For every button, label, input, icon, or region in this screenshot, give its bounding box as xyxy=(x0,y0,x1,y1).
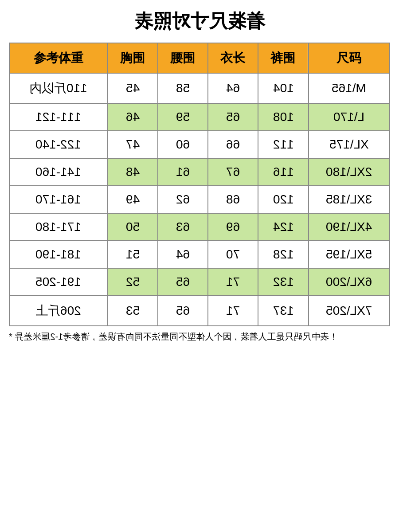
table-row: 191-2055265711326XL\200 xyxy=(9,268,390,296)
page-title: 着装尺寸对照表 xyxy=(134,9,265,34)
cell-row1-col1: 46 xyxy=(108,103,158,131)
cell-row3-col4: 116 xyxy=(258,158,308,186)
cell-row8-col5: 7XL\205 xyxy=(309,296,390,326)
cell-row6-col1: 51 xyxy=(108,241,158,268)
size-chart-table: 参考体重 胸围 腰围 衣长 裤围 尺码 110斤以内455864104M\165… xyxy=(9,43,390,326)
cell-row5-col1: 50 xyxy=(108,213,158,241)
table-row: 181-1905164701285XL\195 xyxy=(9,241,390,268)
cell-row5-col2: 63 xyxy=(158,213,208,241)
cell-row1-col5: L\170 xyxy=(309,103,390,131)
cell-row7-col3: 71 xyxy=(208,268,258,296)
table-row: 171-1805063691244XL\190 xyxy=(9,213,390,241)
cell-row2-col3: 66 xyxy=(208,131,258,158)
cell-row2-col5: XL\175 xyxy=(309,131,390,158)
cell-row8-col3: 71 xyxy=(208,296,258,326)
cell-row3-col1: 48 xyxy=(108,158,158,186)
cell-row2-col1: 47 xyxy=(108,131,158,158)
table-row: 122-140476066112XL\175 xyxy=(9,131,390,158)
cell-row0-col5: M\165 xyxy=(309,73,390,103)
cell-row0-col4: 104 xyxy=(258,73,308,103)
cell-row6-col5: 5XL\195 xyxy=(309,241,390,268)
footnote: * 表中尺码只是工人着装，因个人体型不同量法不同向有误差，请参考1-2厘米差异！ xyxy=(9,331,390,343)
table-header-row: 参考体重 胸围 腰围 衣长 裤围 尺码 xyxy=(9,43,390,73)
cell-row8-col2: 65 xyxy=(158,296,208,326)
cell-row8-col4: 137 xyxy=(258,296,308,326)
cell-row1-col2: 59 xyxy=(158,103,208,131)
cell-row6-col2: 64 xyxy=(158,241,208,268)
cell-row7-col4: 132 xyxy=(258,268,308,296)
cell-row8-col1: 53 xyxy=(108,296,158,326)
cell-row4-col5: 3XL\185 xyxy=(309,186,390,213)
cell-row5-col3: 69 xyxy=(208,213,258,241)
header-hip: 裤围 xyxy=(258,43,308,73)
cell-row7-col1: 52 xyxy=(108,268,158,296)
cell-row3-col5: 2XL\180 xyxy=(309,158,390,186)
cell-row8-col0: 206斤上 xyxy=(9,296,108,326)
cell-row5-col4: 124 xyxy=(258,213,308,241)
cell-row7-col0: 191-205 xyxy=(9,268,108,296)
header-size: 尺码 xyxy=(309,43,390,73)
cell-row5-col0: 171-180 xyxy=(9,213,108,241)
cell-row0-col3: 64 xyxy=(208,73,258,103)
cell-row6-col3: 70 xyxy=(208,241,258,268)
cell-row7-col5: 6XL\200 xyxy=(309,268,390,296)
cell-row0-col0: 110斤以内 xyxy=(9,73,108,103)
header-length: 衣长 xyxy=(208,43,258,73)
cell-row7-col2: 65 xyxy=(158,268,208,296)
header-waist: 腰围 xyxy=(158,43,208,73)
cell-row6-col4: 128 xyxy=(258,241,308,268)
cell-row2-col4: 112 xyxy=(258,131,308,158)
cell-row1-col3: 65 xyxy=(208,103,258,131)
cell-row1-col4: 108 xyxy=(258,103,308,131)
table-row: 161-1704962681203XL\185 xyxy=(9,186,390,213)
cell-row3-col3: 67 xyxy=(208,158,258,186)
table-row: 110斤以内455864104M\165 xyxy=(9,73,390,103)
table-row: 111-121465965108L\170 xyxy=(9,103,390,131)
table-row: 141-1604861671162XL\180 xyxy=(9,158,390,186)
cell-row5-col5: 4XL\190 xyxy=(309,213,390,241)
table-row: 206斤上5365711377XL\205 xyxy=(9,296,390,326)
cell-row2-col0: 122-140 xyxy=(9,131,108,158)
cell-row2-col2: 60 xyxy=(158,131,208,158)
cell-row4-col4: 120 xyxy=(258,186,308,213)
cell-row1-col0: 111-121 xyxy=(9,103,108,131)
header-chest: 胸围 xyxy=(108,43,158,73)
cell-row4-col3: 68 xyxy=(208,186,258,213)
cell-row4-col0: 161-170 xyxy=(9,186,108,213)
cell-row4-col2: 62 xyxy=(158,186,208,213)
cell-row6-col0: 181-190 xyxy=(9,241,108,268)
header-weight: 参考体重 xyxy=(9,43,108,73)
title-text: 着装尺寸对照表 xyxy=(134,9,265,34)
cell-row0-col1: 45 xyxy=(108,73,158,103)
cell-row3-col0: 141-160 xyxy=(9,158,108,186)
cell-row4-col1: 49 xyxy=(108,186,158,213)
cell-row3-col2: 61 xyxy=(158,158,208,186)
cell-row0-col2: 58 xyxy=(158,73,208,103)
